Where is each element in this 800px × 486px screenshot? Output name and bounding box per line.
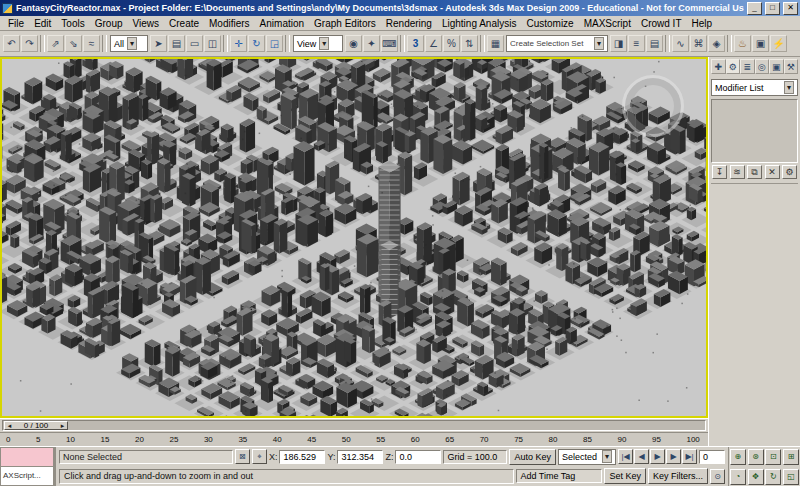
- maximize-viewport-toggle-icon[interactable]: ◱: [783, 469, 799, 485]
- undo-icon[interactable]: ↶: [3, 35, 20, 52]
- motion-tab-icon[interactable]: ◎: [755, 59, 770, 74]
- remove-modifier-icon[interactable]: ✕: [765, 165, 780, 179]
- select-and-move-icon[interactable]: ✛: [230, 35, 247, 52]
- play-button[interactable]: ▶: [650, 449, 665, 464]
- configure-modifier-sets-icon[interactable]: ⚙: [782, 165, 797, 179]
- maximize-button[interactable]: □: [765, 2, 780, 15]
- current-frame-field[interactable]: 0: [699, 450, 725, 464]
- keyboard-override-icon[interactable]: ⌨: [381, 35, 398, 52]
- select-object-icon[interactable]: ➤: [150, 35, 167, 52]
- set-key-button[interactable]: Set Key: [604, 468, 646, 484]
- previous-frame-button[interactable]: ◀: [634, 449, 649, 464]
- display-tab-icon[interactable]: ▣: [769, 59, 784, 74]
- selection-lock-toggle[interactable]: ⊠: [235, 449, 250, 464]
- menu-item[interactable]: Graph Editors: [309, 18, 381, 29]
- percent-snap-icon[interactable]: %: [443, 35, 460, 52]
- menu-item[interactable]: MAXScript: [579, 18, 636, 29]
- use-pivot-center-icon[interactable]: ◉: [345, 35, 362, 52]
- go-to-end-button[interactable]: ▶|: [682, 449, 697, 464]
- pin-stack-icon[interactable]: ↧: [712, 165, 727, 179]
- zoom-extents-icon[interactable]: ⊡: [765, 449, 781, 465]
- menu-item[interactable]: Customize: [521, 18, 578, 29]
- align-icon[interactable]: ≡: [628, 35, 645, 52]
- modify-tab-icon[interactable]: ⚙: [726, 59, 741, 74]
- auto-key-button[interactable]: Auto Key: [509, 449, 556, 465]
- angle-snap-icon[interactable]: ∠: [425, 35, 442, 52]
- spinner-snap-icon[interactable]: ⇅: [461, 35, 478, 52]
- listener-script-pane[interactable]: AXScript...: [0, 467, 54, 486]
- menu-item[interactable]: File: [3, 18, 29, 29]
- redo-icon[interactable]: ↷: [21, 35, 38, 52]
- bind-to-space-warp-icon[interactable]: ≈: [83, 35, 100, 52]
- select-and-scale-icon[interactable]: ◲: [266, 35, 283, 52]
- menu-item[interactable]: Group: [90, 18, 128, 29]
- menu-item[interactable]: Lighting Analysis: [437, 18, 522, 29]
- prev-frame-arrow-icon[interactable]: [6, 422, 13, 430]
- absolute-offset-mode-toggle[interactable]: ⌖: [252, 449, 267, 464]
- rendered-frame-window-icon[interactable]: ▣: [752, 35, 769, 52]
- material-editor-icon[interactable]: ◈: [708, 35, 725, 52]
- menu-item[interactable]: Rendering: [381, 18, 437, 29]
- key-selection-dropdown[interactable]: Selected: [558, 449, 616, 465]
- field-of-view-icon[interactable]: ◔: [730, 469, 746, 485]
- time-slider-handle[interactable]: 0 / 100: [4, 421, 68, 430]
- perspective-viewport[interactable]: [0, 57, 708, 418]
- time-configuration-button[interactable]: ⊙: [710, 469, 725, 484]
- zoom-all-icon[interactable]: ⊛: [748, 449, 764, 465]
- menu-item[interactable]: Tools: [56, 18, 89, 29]
- next-frame-arrow-icon[interactable]: [59, 422, 66, 430]
- snaps-toggle-icon[interactable]: 3: [407, 35, 424, 52]
- menu-item[interactable]: Views: [128, 18, 165, 29]
- pan-icon[interactable]: ✥: [748, 469, 764, 485]
- utilities-tab-icon[interactable]: ⚒: [784, 59, 799, 74]
- render-setup-icon[interactable]: ♨: [734, 35, 751, 52]
- arc-rotate-icon[interactable]: ↻: [765, 469, 781, 485]
- menu-item[interactable]: Modifiers: [204, 18, 255, 29]
- menu-item[interactable]: Animation: [255, 18, 309, 29]
- reference-coordinate-dropdown[interactable]: View: [293, 35, 343, 52]
- go-to-start-button[interactable]: |◀: [618, 449, 633, 464]
- rectangular-selection-region-icon[interactable]: ▭: [186, 35, 203, 52]
- modifier-list-dropdown[interactable]: Modifier List: [711, 79, 798, 96]
- key-filters-button[interactable]: Key Filters...: [648, 468, 708, 484]
- zoom-icon[interactable]: ⊕: [730, 449, 746, 465]
- show-end-result-icon[interactable]: ≋: [730, 165, 745, 179]
- unlink-selection-icon[interactable]: ⇘: [65, 35, 82, 52]
- close-button[interactable]: ✕: [783, 2, 798, 15]
- create-tab-icon[interactable]: ✚: [711, 59, 726, 74]
- track-bar[interactable]: 0510152025303540455055606570758085909510…: [0, 432, 708, 446]
- menu-item[interactable]: Create: [164, 18, 204, 29]
- time-slider[interactable]: 0 / 100: [0, 418, 708, 432]
- x-coordinate-field[interactable]: 186.529: [279, 450, 325, 464]
- select-and-rotate-icon[interactable]: ↻: [248, 35, 265, 52]
- menu-item[interactable]: Edit: [29, 18, 56, 29]
- selection-filter-dropdown[interactable]: All: [110, 35, 148, 52]
- zoom-extents-all-icon[interactable]: ⊞: [783, 449, 799, 465]
- next-frame-button[interactable]: ▶: [666, 449, 681, 464]
- z-coordinate-field[interactable]: 0.0: [395, 450, 441, 464]
- make-unique-icon[interactable]: ⧉: [747, 165, 762, 179]
- select-and-manipulate-icon[interactable]: ✦: [363, 35, 380, 52]
- layer-manager-icon[interactable]: ▤: [646, 35, 663, 52]
- curve-editor-icon[interactable]: ∿: [672, 35, 689, 52]
- schematic-view-icon[interactable]: ⌘: [690, 35, 707, 52]
- modifier-stack-list[interactable]: [711, 99, 798, 163]
- mirror-icon[interactable]: ◨: [610, 35, 627, 52]
- add-time-tag[interactable]: Add Time Tag: [516, 469, 602, 483]
- edit-named-selection-sets-icon[interactable]: ▦: [487, 35, 504, 52]
- time-slider-track[interactable]: 0 / 100: [2, 420, 706, 431]
- menu-item[interactable]: Crowd IT: [636, 18, 687, 29]
- listener-macro-pane[interactable]: [0, 447, 54, 467]
- minimize-button[interactable]: _: [747, 2, 762, 15]
- named-selection-sets-combo[interactable]: Create Selection Set: [506, 35, 608, 52]
- y-coordinate-field[interactable]: 312.354: [337, 450, 383, 464]
- hierarchy-tab-icon[interactable]: ≣: [740, 59, 755, 74]
- quick-render-icon[interactable]: ⚡: [770, 35, 787, 52]
- viewport-canvas[interactable]: [2, 59, 706, 416]
- maxscript-mini-listener[interactable]: AXScript...: [0, 447, 56, 486]
- select-and-link-icon[interactable]: ⇗: [47, 35, 64, 52]
- window-crossing-icon[interactable]: ◫: [204, 35, 221, 52]
- select-by-name-icon[interactable]: ▤: [168, 35, 185, 52]
- status-row-1: None Selected ⊠ ⌖ X: 186.529 Y: 312.354 …: [56, 447, 728, 467]
- menu-item[interactable]: Help: [686, 18, 717, 29]
